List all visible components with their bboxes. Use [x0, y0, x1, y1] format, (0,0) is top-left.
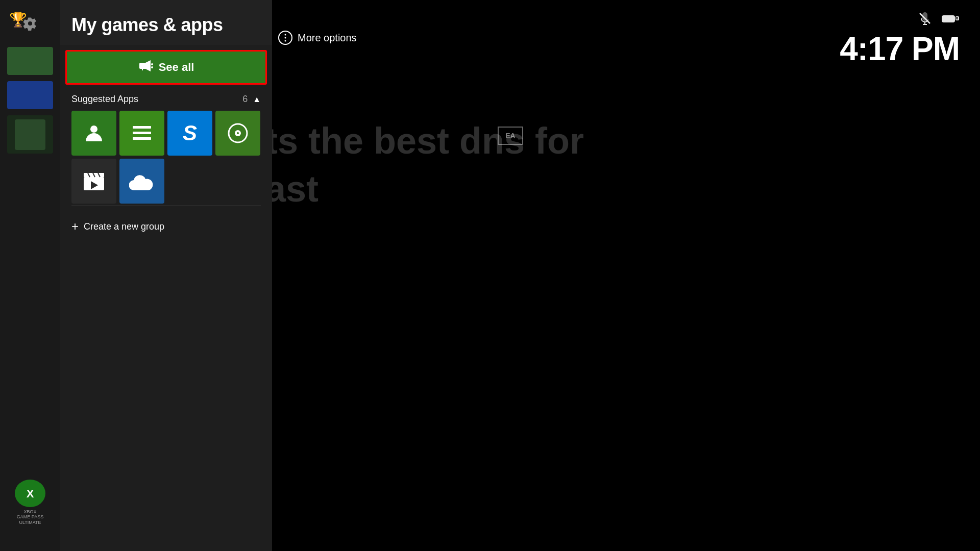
top-right-area: 4:17 PM — [840, 11, 960, 65]
svg-point-1 — [151, 63, 153, 65]
person-icon — [83, 122, 105, 144]
create-group-button[interactable]: + Create a new group — [60, 210, 272, 243]
panel-header: My games & apps — [60, 0, 272, 45]
controller-icon — [941, 13, 960, 27]
tile-movies[interactable] — [119, 111, 164, 156]
panel-title: My games & apps — [71, 14, 261, 36]
lines-icon — [132, 124, 152, 142]
clapper-icon — [83, 171, 105, 191]
svg-rect-5 — [133, 132, 151, 134]
more-options-icon — [278, 31, 292, 45]
divider — [71, 206, 261, 206]
svg-point-17 — [285, 37, 286, 39]
mute-icon — [918, 11, 932, 29]
skype-icon: S — [183, 121, 197, 145]
svg-rect-6 — [133, 137, 151, 140]
sidebar-thumbnail-1[interactable] — [7, 47, 53, 75]
svg-rect-25 — [957, 17, 958, 19]
main-panel: My games & apps See all Suggested Apps 6… — [60, 0, 272, 551]
tile-skype[interactable]: S — [167, 111, 212, 156]
ea-badge: EA — [498, 127, 523, 145]
svg-point-18 — [285, 40, 286, 42]
tile-avatar[interactable] — [71, 111, 116, 156]
status-icons — [918, 11, 960, 29]
chevron-up-icon: ▲ — [253, 95, 261, 104]
see-all-label: See all — [159, 61, 194, 74]
see-all-button[interactable]: See all — [65, 50, 267, 85]
svg-point-2 — [151, 66, 153, 68]
suggested-apps-count: 6 — [242, 94, 248, 105]
more-options-label: More options — [298, 32, 357, 44]
tile-groove[interactable] — [215, 111, 260, 156]
suggested-apps-label: Suggested Apps — [71, 94, 138, 105]
suggested-apps-count-area[interactable]: 6 ▲ — [242, 94, 261, 105]
sidebar-thumbnail-3[interactable] — [7, 115, 53, 154]
app-tiles-grid: S — [60, 111, 272, 204]
more-options-button[interactable]: More options — [278, 31, 357, 45]
groove-icon — [227, 122, 249, 144]
svg-rect-22 — [942, 15, 955, 22]
svg-point-16 — [285, 34, 286, 36]
trophy-icon: 🏆 — [9, 11, 27, 28]
xbox-badge[interactable]: X XBOXGAME PASSULTIMATE — [7, 480, 53, 525]
plus-icon: + — [71, 219, 79, 234]
suggested-apps-header: Suggested Apps 6 ▲ — [60, 85, 272, 111]
create-group-label: Create a new group — [84, 221, 164, 232]
svg-rect-4 — [133, 126, 151, 129]
sidebar-strip: X XBOXGAME PASSULTIMATE — [0, 0, 60, 551]
sidebar-thumbnail-2[interactable] — [7, 81, 53, 109]
cloud-icon — [129, 172, 155, 190]
svg-point-3 — [90, 126, 97, 133]
tile-video[interactable] — [71, 159, 116, 204]
svg-point-9 — [237, 132, 239, 134]
tile-onedrive[interactable] — [119, 159, 164, 204]
clock-display: 4:17 PM — [840, 33, 960, 65]
skype-letter: S — [183, 121, 197, 145]
see-all-icon — [138, 59, 154, 76]
svg-text:X: X — [27, 487, 34, 500]
